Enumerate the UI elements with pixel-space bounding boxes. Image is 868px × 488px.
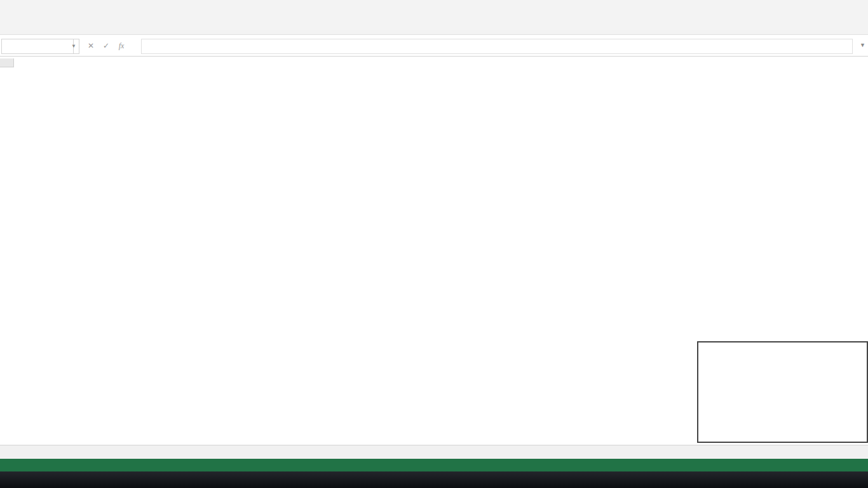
formula-bar: ▼ ✕ ✓ fx ▼ bbox=[0, 37, 868, 57]
cancel-icon[interactable]: ✕ bbox=[84, 39, 98, 53]
ribbon-tab-strip bbox=[0, 18, 868, 35]
windows-taskbar bbox=[0, 471, 868, 488]
enter-icon[interactable]: ✓ bbox=[99, 39, 113, 53]
title-bar bbox=[0, 0, 868, 18]
status-bar bbox=[0, 459, 868, 471]
insert-function-icon[interactable]: fx bbox=[114, 39, 128, 53]
sheet-tab-bar bbox=[0, 445, 868, 459]
name-box-dropdown-icon[interactable]: ▼ bbox=[69, 39, 79, 54]
select-all-button[interactable] bbox=[0, 58, 14, 67]
excel-window: ▼ ✕ ✓ fx ▼ bbox=[0, 0, 868, 488]
formula-bar-expand-icon[interactable]: ▼ bbox=[860, 42, 865, 48]
name-box[interactable] bbox=[1, 39, 74, 54]
notes-text-panel bbox=[697, 341, 868, 443]
formula-input[interactable] bbox=[141, 39, 853, 54]
